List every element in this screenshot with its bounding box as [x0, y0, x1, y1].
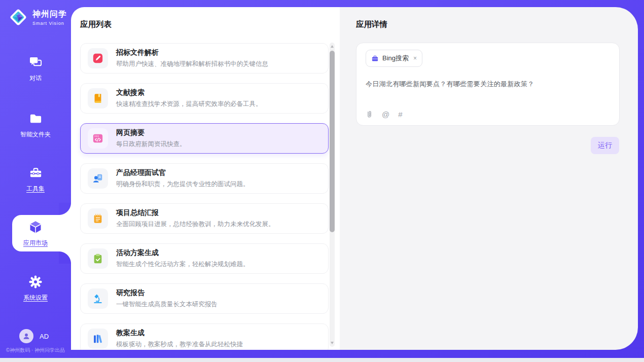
brand-name: 神州问学 [32, 9, 67, 20]
app-desc: 全面回顾项目进展，总结经验教训，助力未来优化发展。 [116, 220, 275, 229]
sidebar-item-label: 工具集 [26, 185, 45, 193]
list-scrollbar[interactable] [330, 43, 335, 347]
app-card-text: 文献搜索 快速精准查找学术资源，提高研究效率的必备工具。 [116, 88, 262, 108]
edit-square-icon [88, 48, 108, 68]
browser-code-icon [88, 128, 108, 149]
app-card-list: 招标文件解析 帮助用户快速、准确地理解和解析招标书中的关键信息 文献搜索 快速精… [80, 43, 329, 350]
app-card-bid-analysis[interactable]: 招标文件解析 帮助用户快速、准确地理解和解析招标书中的关键信息 [80, 43, 329, 74]
app-title: 网页摘要 [116, 128, 186, 137]
scroll-down-icon[interactable] [331, 342, 334, 344]
app-card-research-report[interactable]: 研究报告 一键智能生成高质量长文本研究报告 [80, 283, 329, 314]
brand-logo: 神州问学 Smart Vision [8, 7, 67, 27]
folder-icon [29, 112, 43, 126]
sidebar: 神州问学 Smart Vision 对话 智能文件夹 工具集 [0, 0, 71, 358]
app-title: 活动方案生成 [116, 248, 249, 258]
hash-icon[interactable]: # [398, 110, 402, 119]
brand-subtitle: Smart Vision [32, 21, 67, 26]
sidebar-item-smart-folder[interactable]: 智能文件夹 [0, 112, 71, 139]
book-icon [88, 88, 108, 108]
app-title: 教案生成 [116, 329, 243, 338]
app-desc: 快速精准查找学术资源，提高研究效率的必备工具。 [116, 100, 262, 108]
app-card-project-summary[interactable]: 项目总结汇报 全面回顾项目进展，总结经验教训，助力未来优化发展。 [80, 203, 329, 234]
copyright-footer: ©神州数码 · 神州问学出品 [0, 347, 71, 354]
briefcase-icon [371, 55, 379, 62]
logo-diamond-icon [8, 7, 28, 27]
scroll-up-icon[interactable] [331, 45, 334, 48]
mention-icon[interactable]: @ [382, 110, 389, 119]
avatar [19, 329, 33, 343]
sidebar-item-toolset[interactable]: 工具集 [0, 166, 71, 193]
app-title: 文献搜索 [116, 88, 262, 97]
interviewer-icon [88, 168, 108, 189]
app-desc: 每日政府新闻资讯快查。 [116, 140, 186, 149]
query-text[interactable]: 今日湖北有哪些新闻要点？有哪些需要关注的最新政策？ [366, 80, 610, 89]
person-icon [22, 332, 31, 341]
app-card-text: 网页摘要 每日政府新闻资讯快查。 [116, 128, 186, 149]
app-list-title: 应用列表 [80, 19, 331, 30]
sidebar-item-label: 系统设置 [23, 294, 48, 302]
app-card-pm-interviewer[interactable]: 产品经理面试官 明确身份和职责，为您提供专业性的面试问题。 [80, 163, 329, 194]
app-desc: 一键智能生成高质量长文本研究报告 [116, 300, 218, 309]
user-profile[interactable]: AD [19, 329, 49, 343]
app-list-panel: 应用列表 招标文件解析 帮助用户快速、准确地理解和解析招标书中的关键信息 [71, 7, 340, 350]
query-input-card[interactable]: Bing搜索 × 今日湖北有哪些新闻要点？有哪些需要关注的最新政策？ @ # [356, 43, 620, 126]
toolbox-icon [29, 166, 43, 180]
app-detail-panel: 应用详情 Bing搜索 × 今日湖北有哪些新闻要点？有哪些需要关注的最新政策？ … [340, 7, 638, 350]
clipboard-check-icon [88, 248, 108, 269]
app-card-event-plan[interactable]: 活动方案生成 智能生成个性化活动方案，轻松解决规划难题。 [80, 243, 329, 274]
app-title: 研究报告 [116, 288, 218, 298]
app-card-text: 项目总结汇报 全面回顾项目进展，总结经验教训，助力未来优化发展。 [116, 208, 275, 229]
app-card-text: 教案生成 模板驱动，教案秒成，教学准备从此轻松快捷 [116, 329, 243, 349]
app-desc: 智能生成个性化活动方案，轻松解决规划难题。 [116, 260, 249, 269]
sidebar-item-settings[interactable]: 系统设置 [0, 275, 71, 302]
app-card-text: 研究报告 一键智能生成高质量长文本研究报告 [116, 288, 218, 309]
sidebar-item-chat[interactable]: 对话 [0, 56, 71, 83]
input-toolbar: @ # [366, 110, 403, 119]
user-name: AD [40, 333, 49, 340]
cube-icon [28, 220, 43, 234]
app-card-web-summary[interactable]: 网页摘要 每日政府新闻资讯快查。 [80, 123, 329, 154]
app-title: 产品经理面试官 [116, 168, 249, 177]
gear-icon [28, 275, 43, 289]
sidebar-item-label: 智能文件夹 [20, 130, 51, 139]
notepad-icon [88, 208, 108, 229]
books-icon [88, 329, 108, 349]
tool-chip-bing-search[interactable]: Bing搜索 × [366, 50, 422, 67]
paperclip-icon[interactable] [366, 110, 373, 119]
app-card-text: 产品经理面试官 明确身份和职责，为您提供专业性的面试问题。 [116, 168, 249, 189]
app-card-text: 活动方案生成 智能生成个性化活动方案，轻松解决规划难题。 [116, 248, 249, 269]
chip-close-icon[interactable]: × [413, 55, 417, 61]
microscope-icon [88, 288, 108, 309]
run-button[interactable]: 运行 [591, 137, 619, 154]
chat-icon [29, 56, 43, 69]
sidebar-item-label: 对话 [29, 74, 42, 83]
scrollbar-thumb[interactable] [330, 51, 335, 232]
app-card-lesson-plan[interactable]: 教案生成 模板驱动，教案秒成，教学准备从此轻松快捷 [80, 323, 329, 350]
app-detail-title: 应用详情 [356, 19, 620, 30]
sidebar-item-label: 应用市场 [23, 239, 48, 247]
app-desc: 明确身份和职责，为您提供专业性的面试问题。 [116, 180, 249, 189]
app-title: 项目总结汇报 [116, 208, 275, 218]
app-desc: 模板驱动，教案秒成，教学准备从此轻松快捷 [116, 340, 243, 349]
app-card-literature-search[interactable]: 文献搜索 快速精准查找学术资源，提高研究效率的必备工具。 [80, 83, 329, 114]
app-desc: 帮助用户快速、准确地理解和解析招标书中的关键信息 [116, 60, 268, 68]
sidebar-item-app-market[interactable]: 应用市场 [0, 220, 71, 247]
chip-label: Bing搜索 [382, 54, 409, 63]
app-title: 招标文件解析 [116, 48, 268, 57]
brand-text: 神州问学 Smart Vision [32, 9, 67, 26]
window-bottom-strip [0, 358, 644, 362]
app-card-text: 招标文件解析 帮助用户快速、准确地理解和解析招标书中的关键信息 [116, 48, 268, 68]
